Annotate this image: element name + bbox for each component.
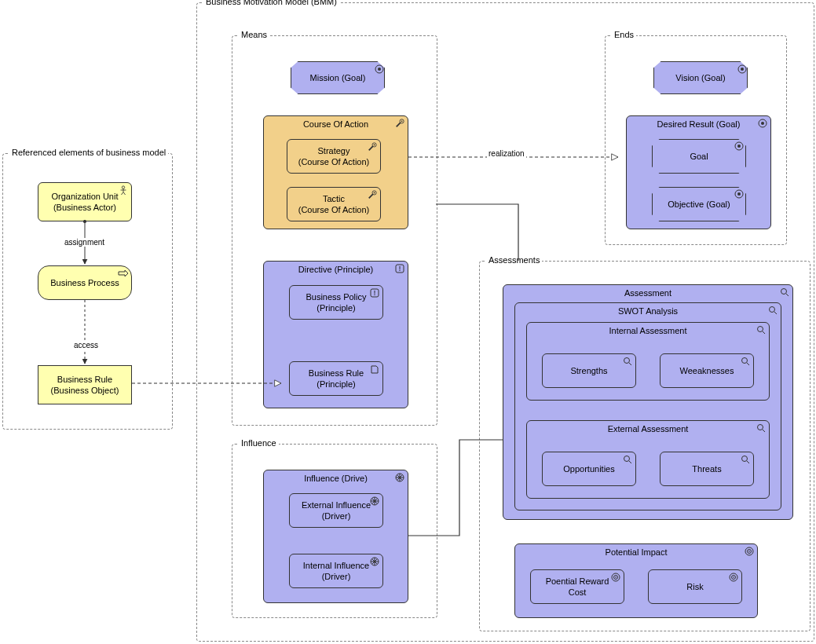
target-icon5 [734,189,744,201]
node-risk[interactable]: Risk [648,569,742,604]
edge-access-label: access [72,341,100,349]
course-icon [394,119,405,128]
node-opportunities-label: Opportunities [546,463,632,474]
svg-point-40 [737,145,741,148]
svg-line-4 [123,192,126,195]
node-business-process[interactable]: Business Process [38,265,132,300]
target-icon7 [610,573,621,582]
node-course-of-action-label: Course Of Action [264,119,408,129]
lens-icon [779,287,790,297]
node-vision[interactable]: Vision (Goal) [653,61,748,94]
node-mission[interactable]: Mission (Goal) [291,61,385,94]
lens-icon8 [740,455,751,464]
svg-line-50 [629,363,631,365]
course-icon-small [367,142,378,152]
node-vision-label: Vision (Goal) [657,72,744,83]
lens-icon3 [756,325,767,335]
principle-icon2: ! [369,288,380,298]
target-icon [375,64,384,76]
actor-icon [118,185,129,195]
svg-line-48 [763,331,765,334]
svg-point-47 [758,327,763,332]
doc-icon [369,364,380,374]
driver-icon [394,473,405,482]
node-swot-label: SWOT Analysis [515,306,781,316]
node-potential-reward-label: Poential Reward Cost [534,576,620,598]
node-weaknesses[interactable]: Weeaknesses [660,353,754,388]
svg-point-42 [737,192,741,196]
node-potential-reward[interactable]: Poential Reward Cost [530,569,624,604]
group-means-label: Means [239,30,269,39]
svg-point-10 [374,145,375,146]
course-icon-small2 [367,190,378,199]
svg-text:!: ! [374,289,376,297]
svg-point-67 [733,576,734,578]
node-business-rule-obj[interactable]: Business Rule (Business Object) [38,365,132,404]
driver-icon3 [369,557,380,566]
lens-icon7 [622,455,633,464]
svg-point-64 [615,576,617,578]
node-threats[interactable]: Threats [660,452,754,486]
svg-point-12 [374,192,375,194]
svg-point-43 [781,289,787,295]
node-external-influence[interactable]: External Influence (Driver) [289,493,383,528]
svg-line-54 [763,430,765,432]
node-business-rule-prin-label: Business Rule (Principle) [293,368,379,390]
group-referenced-label: Referenced elements of business model [9,148,168,157]
node-threats-label: Threats [664,463,750,474]
node-objective-label: Objective (Goal) [656,199,742,210]
node-objective[interactable]: Objective (Goal) [652,187,746,221]
node-directive-label: Directive (Principle) [264,265,408,274]
lens-icon4 [622,357,633,366]
node-org-unit-label: Organization Unit (Business Actor) [42,191,128,214]
svg-line-44 [786,294,789,296]
node-weaknesses-label: Weeaknesses [664,365,750,376]
target-icon2 [737,64,747,76]
node-org-unit[interactable]: Organization Unit (Business Actor) [38,182,132,221]
node-internal-influence[interactable]: Internal Influence (Driver) [289,554,383,588]
node-tactic-label: Tactic (Course Of Action) [291,193,377,216]
node-influence-label: Influence (Drive) [264,474,408,483]
svg-point-61 [748,551,750,552]
group-influence-label: Influence [239,438,279,448]
node-opportunities[interactable]: Opportunities [542,452,636,486]
node-business-policy[interactable]: Business Policy (Principle) ! [289,285,383,320]
svg-point-45 [770,307,775,313]
group-ends-label: Ends [612,30,636,39]
svg-point-49 [624,358,630,364]
svg-point-36 [741,68,744,71]
node-assessment-label: Assessment [503,288,792,298]
group-assessments-label: Assessments [486,255,542,265]
node-business-rule-obj-label: Business Rule (Business Object) [42,374,128,397]
svg-text:!: ! [399,265,401,273]
svg-line-56 [629,461,631,463]
svg-line-58 [747,461,749,463]
svg-point-6 [378,68,381,71]
node-mission-label: Mission (Goal) [295,72,381,83]
svg-point-0 [122,186,124,188]
node-internal-influence-label: Internal Influence (Driver) [293,560,379,583]
svg-line-3 [121,192,123,195]
node-business-policy-label: Business Policy (Principle) [293,291,379,314]
node-goal[interactable]: Goal [652,139,746,174]
group-bmm-label: Business Motivation Model (BMM) [203,0,339,6]
node-external-influence-label: External Influence (Driver) [293,499,379,522]
node-strengths[interactable]: Strengths [542,353,636,388]
node-business-rule-prin[interactable]: Business Rule (Principle) [289,361,383,396]
target-icon6 [744,547,755,556]
node-potential-impact-label: Potential Impact [515,547,757,557]
node-tactic[interactable]: Tactic (Course Of Action) [287,187,381,221]
svg-line-46 [774,312,777,314]
edge-realization-label: realization [487,149,526,158]
svg-point-57 [742,456,748,462]
lens-icon2 [767,306,778,315]
target-icon3 [757,119,768,128]
lens-icon6 [756,423,767,433]
edge-assignment-label: assignment [63,238,106,247]
node-desired-result-label: Desired Result (Goal) [627,119,770,129]
lens-icon5 [740,357,751,366]
node-strengths-label: Strengths [546,365,632,376]
node-strategy[interactable]: Strategy (Course Of Action) [287,139,381,174]
svg-point-8 [401,121,403,123]
diagram-canvas: Referenced elements of business model Or… [0,0,816,644]
